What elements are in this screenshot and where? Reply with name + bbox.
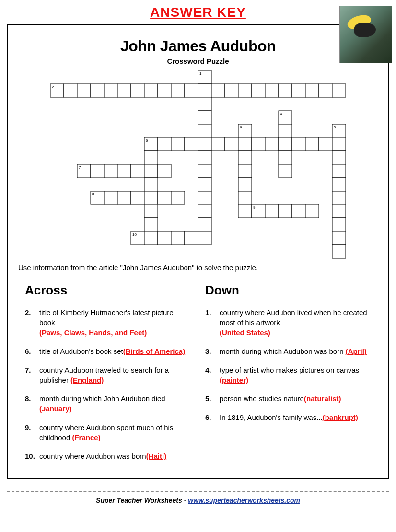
- bird-illustration: [339, 6, 392, 63]
- clue-text: title of Kimberly Hutmacher's latest pic…: [39, 307, 191, 338]
- clue-answer: (England): [70, 376, 104, 384]
- grid-cell: [292, 137, 305, 151]
- grid-cell: [252, 137, 265, 151]
- grid-cell: [238, 178, 252, 191]
- grid-cell: [279, 204, 292, 218]
- page-title: John James Audubon: [18, 37, 378, 55]
- grid-cell: [332, 191, 346, 204]
- grid-cell: [185, 231, 198, 245]
- clue-body: In 1819, Audubon's family was...: [220, 413, 323, 421]
- grid-cell: [238, 151, 252, 164]
- crossword-grid: 12345678910: [50, 70, 346, 259]
- crossword-grid-container: 12345678910: [18, 70, 378, 259]
- clue-text: person who studies nature(naturalist): [220, 394, 371, 404]
- grid-cell: [305, 137, 319, 151]
- down-heading: Down: [205, 283, 371, 298]
- grid-cell: [144, 231, 158, 245]
- grid-cell: [104, 191, 117, 204]
- clue-number: 6.: [25, 346, 39, 356]
- clue-number: 8.: [25, 394, 39, 414]
- grid-cell: [198, 231, 211, 245]
- grid-cell: [158, 191, 171, 204]
- clue-item: 5.person who studies nature(naturalist): [205, 394, 371, 404]
- grid-cell: [198, 97, 211, 111]
- grid-cell: [198, 124, 211, 137]
- grid-cell: [158, 137, 171, 151]
- grid-cell-number: 10: [132, 232, 137, 237]
- clue-number: 10.: [25, 451, 39, 461]
- footer-brand: Super Teacher Worksheets: [96, 497, 182, 504]
- grid-cell: [117, 191, 131, 204]
- clue-answer: (January): [39, 405, 72, 413]
- down-list: 1.country where Audubon lived when he cr…: [205, 307, 371, 422]
- clues-container: Across 2.title of Kimberly Hutmacher's l…: [18, 283, 378, 470]
- grid-cell-number: 6: [146, 138, 148, 143]
- grid-cell: [144, 204, 158, 218]
- grid-cell: [265, 137, 279, 151]
- grid-cell: [185, 137, 198, 151]
- footer-divider: [7, 491, 389, 492]
- clue-body: month during which John Audubon died: [39, 395, 165, 403]
- grid-cell: [292, 204, 305, 218]
- grid-cell: [198, 204, 211, 218]
- grid-cell: [104, 84, 117, 97]
- grid-cell: [144, 84, 158, 97]
- grid-cell: [104, 164, 117, 178]
- clue-body: title of Kimberly Hutmacher's latest pic…: [39, 308, 174, 327]
- grid-cell: [279, 137, 292, 151]
- grid-cell: [238, 191, 252, 204]
- grid-cell: [319, 137, 332, 151]
- footer-sep: -: [182, 497, 188, 504]
- grid-cell: [305, 204, 319, 218]
- grid-cell: [198, 178, 211, 191]
- grid-cell: [265, 84, 279, 97]
- grid-cell: [332, 231, 346, 245]
- grid-cell: [198, 151, 211, 164]
- worksheet-page: ANSWER KEY John James Audubon Crossword …: [0, 0, 396, 516]
- clue-number: 7.: [25, 365, 39, 385]
- clue-answer: (Birds of America): [123, 347, 185, 355]
- clue-answer: (Haiti): [146, 452, 167, 460]
- grid-cell: [332, 218, 346, 231]
- grid-cell: [144, 218, 158, 231]
- page-subtitle: Crossword Puzzle: [18, 57, 378, 65]
- clue-item: 2.title of Kimberly Hutmacher's latest p…: [25, 307, 191, 338]
- grid-cell: [144, 151, 158, 164]
- across-column: Across 2.title of Kimberly Hutmacher's l…: [25, 283, 191, 470]
- grid-cell: [279, 84, 292, 97]
- grid-cell: [211, 84, 225, 97]
- grid-cell: [332, 204, 346, 218]
- grid-cell: [332, 178, 346, 191]
- clue-item: 3.month during which Audubon was born (A…: [205, 346, 371, 356]
- down-column: Down 1.country where Audubon lived when …: [205, 283, 371, 470]
- grid-cell: [238, 204, 252, 218]
- grid-cell-number: 1: [199, 71, 202, 76]
- clue-body: title of Audubon's book set: [39, 347, 123, 355]
- clue-number: 1.: [205, 307, 220, 338]
- grid-cell: [91, 84, 104, 97]
- clue-item: 6.title of Audubon's book set(Birds of A…: [25, 346, 191, 356]
- clue-item: 10.country where Audubon was born(Haiti): [25, 451, 191, 461]
- grid-cell: [332, 84, 346, 97]
- grid-cell: [211, 137, 225, 151]
- grid-cell: [225, 137, 238, 151]
- grid-cell: [171, 191, 185, 204]
- clue-text: country where Audubon spent much of his …: [39, 422, 191, 442]
- clue-number: 5.: [205, 394, 220, 404]
- grid-cell: [265, 204, 279, 218]
- clue-number: 6.: [205, 412, 220, 422]
- grid-cell-number: 8: [92, 192, 94, 196]
- grid-cell: [144, 191, 158, 204]
- clue-number: 2.: [25, 307, 39, 338]
- footer-link[interactable]: www.superteacherworksheets.com: [188, 497, 300, 504]
- instructions-text: Use information from the article "John J…: [18, 263, 378, 272]
- grid-cell-number: 7: [79, 165, 81, 170]
- clue-answer: (United States): [220, 328, 270, 337]
- clue-item: 1.country where Audubon lived when he cr…: [205, 307, 371, 338]
- clue-text: country Audubon traveled to search for a…: [39, 365, 191, 385]
- clue-text: type of artist who makes pictures on can…: [220, 365, 371, 385]
- clue-answer: (bankrupt): [323, 413, 358, 421]
- grid-cell: [117, 164, 131, 178]
- footer: Super Teacher Worksheets - www.superteac…: [0, 497, 396, 506]
- clue-item: 6.In 1819, Audubon's family was...(bankr…: [205, 412, 371, 422]
